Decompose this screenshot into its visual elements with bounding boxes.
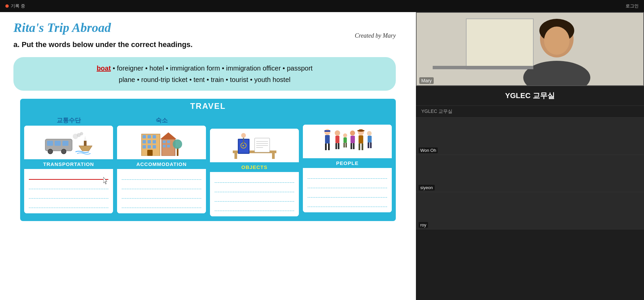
svg-rect-32 — [167, 140, 170, 143]
recording-dot — [5, 4, 9, 8]
line2 — [308, 181, 387, 188]
svg-rect-58 — [335, 136, 339, 143]
line1 — [215, 175, 294, 183]
transportation-label: TRANSPORTATION — [24, 159, 113, 169]
svg-rect-72 — [362, 143, 363, 150]
svg-rect-63 — [343, 143, 345, 147]
room-title: YGLEC 교무실 — [416, 86, 644, 106]
svg-rect-28 — [153, 145, 156, 148]
svg-rect-33 — [163, 145, 166, 147]
participant-item: siyeon — [416, 155, 644, 192]
participant-list: Won Oh siyeon roy — [416, 118, 644, 300]
line3 — [308, 190, 387, 198]
svg-rect-87 — [416, 155, 644, 192]
svg-rect-78 — [370, 142, 372, 148]
svg-point-57 — [335, 130, 340, 136]
siyeon-video — [416, 155, 644, 192]
participant-video-siyeon: siyeon — [416, 155, 644, 192]
people-lines — [303, 168, 392, 212]
svg-point-61 — [343, 133, 347, 137]
svg-rect-74 — [359, 129, 363, 131]
svg-marker-16 — [79, 146, 92, 151]
svg-rect-24 — [148, 140, 151, 143]
line3 — [122, 191, 201, 199]
line2 — [215, 185, 294, 192]
camera-label: Mary — [419, 77, 434, 84]
room-subtitle: YGLEC 교무실 — [416, 106, 644, 118]
things-label: things — [209, 115, 300, 128]
participant-video-won-oh: Won Oh — [416, 118, 644, 155]
accommodation-svg — [138, 129, 185, 156]
category-objects: things — [209, 115, 300, 217]
people-label: PEOPLE — [303, 158, 392, 168]
svg-text:✦: ✦ — [242, 144, 245, 147]
svg-rect-45 — [255, 138, 270, 152]
accommodation-korean: 숙소 — [116, 115, 207, 125]
objects-box: ✦ OBJEC — [209, 128, 300, 217]
transportation-box: TRANSPORTATION — [23, 125, 114, 214]
svg-point-75 — [367, 131, 372, 136]
accommodation-image — [117, 126, 206, 159]
svg-point-12 — [61, 149, 66, 154]
svg-rect-40 — [272, 153, 275, 159]
svg-rect-31 — [163, 140, 166, 143]
svg-point-37 — [173, 139, 182, 149]
travel-section: TRAVEL 교통수단 — [20, 99, 396, 221]
objects-image: ✦ — [210, 129, 299, 162]
line4 — [215, 204, 294, 211]
svg-rect-23 — [143, 140, 146, 143]
word-list-line2: plane • round-trip ticket • tent • train… — [119, 76, 290, 83]
svg-rect-60 — [338, 143, 339, 149]
category-row: 교통수단 — [20, 114, 396, 221]
participant-video-roy: roy — [416, 192, 644, 229]
svg-marker-18 — [84, 136, 87, 141]
camera-border — [416, 12, 644, 86]
svg-point-50 — [241, 133, 246, 138]
participants-panel: YGLEC 교무실 YGLEC 교무실 Won Oh siyeon — [416, 86, 644, 300]
transportation-svg — [42, 129, 96, 156]
svg-marker-35 — [160, 132, 176, 139]
transportation-image — [24, 126, 113, 159]
login-button[interactable]: 로그인 — [626, 3, 639, 9]
svg-rect-88 — [416, 192, 644, 229]
svg-rect-70 — [359, 135, 363, 143]
svg-point-52 — [324, 129, 330, 135]
category-people: • — [302, 115, 392, 217]
accommodation-box: ACCOMMODATION — [116, 125, 207, 214]
svg-point-15 — [80, 132, 83, 135]
svg-rect-68 — [353, 143, 355, 149]
svg-point-65 — [350, 131, 355, 136]
transportation-lines — [24, 169, 113, 213]
line1 — [122, 172, 201, 180]
slide-instruction: a. Put the words below under the correct… — [13, 40, 402, 49]
svg-rect-34 — [167, 145, 170, 147]
line1 — [308, 171, 387, 179]
people-image — [303, 125, 392, 158]
slide-area: Rita's Trip Abroad Created by Mary a. Pu… — [0, 12, 416, 300]
line3 — [29, 191, 108, 199]
svg-rect-39 — [234, 153, 237, 159]
svg-rect-55 — [328, 143, 330, 150]
line4 — [308, 200, 387, 207]
recording-indicator: 기록 중 — [5, 3, 25, 9]
svg-rect-67 — [351, 143, 352, 149]
objects-svg: ✦ — [231, 132, 278, 159]
svg-rect-9 — [55, 141, 61, 146]
svg-rect-62 — [343, 137, 347, 143]
people-box: PEOPLE — [302, 124, 392, 213]
transportation-korean: 교통수단 — [23, 115, 114, 125]
word-list-line1: • foreigner • hotel • immigration form •… — [113, 65, 313, 72]
topbar: 기록 중 로그인 — [0, 0, 644, 12]
svg-rect-21 — [148, 135, 151, 138]
objects-label: OBJECTS — [210, 162, 299, 172]
right-panel: Mary YGLEC 교무실 YGLEC 교무실 Won Oh — [416, 12, 644, 300]
word-boat: boat — [97, 65, 111, 72]
svg-rect-56 — [324, 130, 330, 132]
category-transportation: 교통수단 — [23, 115, 114, 217]
won-oh-video — [416, 118, 644, 155]
slide-content: Rita's Trip Abroad Created by Mary a. Pu… — [0, 12, 416, 229]
accommodation-label: ACCOMMODATION — [117, 159, 206, 169]
word-bubble: boat • foreigner • hotel • immigration f… — [13, 57, 396, 91]
svg-point-11 — [48, 149, 53, 154]
participant-name-won-oh: Won Oh — [419, 147, 438, 153]
